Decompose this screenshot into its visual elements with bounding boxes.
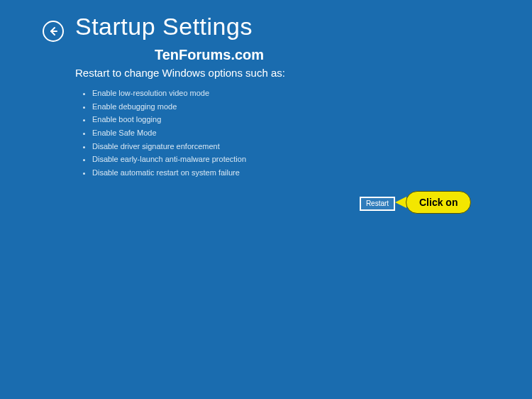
list-item: Enable boot logging [92,113,246,126]
watermark-text: TenForums.com [155,47,264,63]
options-list: Enable low-resolution video mode Enable … [92,87,246,180]
subtitle-text: Restart to change Windows options such a… [75,67,285,79]
list-item: Enable low-resolution video mode [92,87,246,100]
callout-tail-icon [395,197,406,208]
callout-text: Click on [406,191,471,214]
page-title: Startup Settings [75,13,253,40]
list-item: Disable early-launch anti-malware protec… [92,153,246,166]
list-item: Enable Safe Mode [92,126,246,140]
list-item: Enable debugging mode [92,100,246,114]
restart-button[interactable]: Restart [360,197,395,211]
list-item: Disable automatic restart on system fail… [92,166,246,180]
back-button[interactable] [43,21,64,42]
annotation-callout: Click on [395,191,471,214]
list-item: Disable driver signature enforcement [92,140,246,153]
back-arrow-icon [48,26,59,37]
